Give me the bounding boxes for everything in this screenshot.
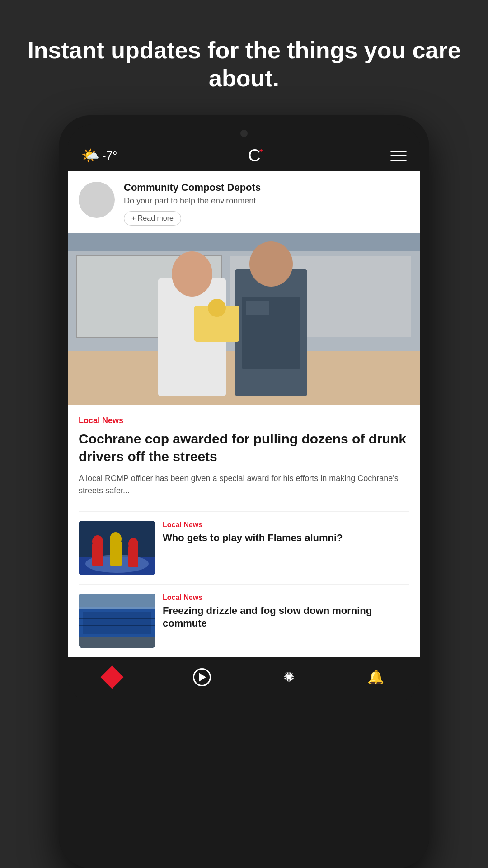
small-article-2-content: Local News Freezing drizzle and fog slow…: [163, 594, 409, 630]
front-camera: [240, 130, 248, 137]
nav-play-button[interactable]: [193, 668, 211, 686]
nav-notifications-button[interactable]: 🔔: [367, 669, 384, 685]
notification-avatar: [79, 182, 115, 218]
main-article-category: Local News: [79, 416, 409, 425]
notification-content: Community Compost Depots Do your part to…: [124, 182, 409, 226]
main-article[interactable]: Local News Cochrane cop awarded for pull…: [68, 405, 420, 511]
small-article-2-image: [79, 594, 155, 648]
svg-rect-11: [246, 301, 269, 315]
small-article-1-title: Who gets to play with Flames alumni?: [163, 532, 409, 545]
svg-rect-25: [83, 612, 151, 634]
phone-screen: 🌤️ -7° C ✦ Community Compost Depots Do y…: [68, 124, 420, 702]
phone-device: 🌤️ -7° C ✦ Community Compost Depots Do y…: [59, 115, 429, 868]
weather-icon: 🌤️: [81, 147, 99, 164]
svg-point-18: [92, 535, 103, 548]
nav-discover-button[interactable]: ✺: [283, 669, 295, 685]
svg-point-9: [249, 241, 293, 287]
status-bar: 🌤️ -7° C ✦: [68, 142, 420, 171]
small-article-2-category: Local News: [163, 594, 409, 602]
notification-description: Do your part to help the environment...: [124, 196, 409, 206]
nav-home-button[interactable]: [104, 669, 120, 685]
main-article-title: Cochrane cop awarded for pulling dozens …: [79, 430, 409, 465]
hockey-image: [79, 521, 155, 575]
logo-dot: ✦: [258, 147, 263, 154]
sun-icon: ✺: [283, 669, 295, 685]
play-triangle-icon: [199, 673, 206, 682]
app-logo[interactable]: C ✦: [248, 146, 259, 165]
read-more-button[interactable]: + Read more: [124, 211, 181, 226]
app-content: Community Compost Depots Do your part to…: [68, 171, 420, 657]
svg-rect-29: [79, 594, 155, 609]
hero-title: Instant updates for the things you care …: [0, 0, 488, 115]
main-article-image: [68, 233, 420, 405]
bottom-navigation: ✺ 🔔: [68, 657, 420, 702]
small-article-1-image: [79, 521, 155, 575]
small-article-1-content: Local News Who gets to play with Flames …: [163, 521, 409, 545]
small-article-1-category: Local News: [163, 521, 409, 529]
small-article-2[interactable]: Local News Freezing drizzle and fog slow…: [68, 585, 420, 657]
svg-rect-30: [79, 637, 155, 648]
road-image: [79, 594, 155, 648]
play-circle-icon: [193, 668, 211, 686]
svg-point-22: [128, 538, 138, 550]
svg-point-13: [208, 299, 226, 317]
small-article-1[interactable]: Local News Who gets to play with Flames …: [68, 512, 420, 584]
temperature-display: -7°: [102, 149, 117, 163]
phone-notch: [68, 124, 420, 142]
notification-title: Community Compost Depots: [124, 182, 409, 193]
svg-point-20: [110, 532, 122, 546]
small-article-2-title: Freezing drizzle and fog slow down morni…: [163, 604, 409, 630]
hamburger-menu[interactable]: [390, 151, 407, 161]
weather-widget[interactable]: 🌤️ -7°: [81, 147, 117, 164]
main-article-excerpt: A local RCMP officer has been given a sp…: [79, 472, 409, 497]
home-diamond-icon: [101, 665, 124, 689]
bell-icon: 🔔: [367, 669, 384, 685]
svg-point-7: [172, 251, 212, 297]
notification-card[interactable]: Community Compost Depots Do your part to…: [68, 171, 420, 233]
